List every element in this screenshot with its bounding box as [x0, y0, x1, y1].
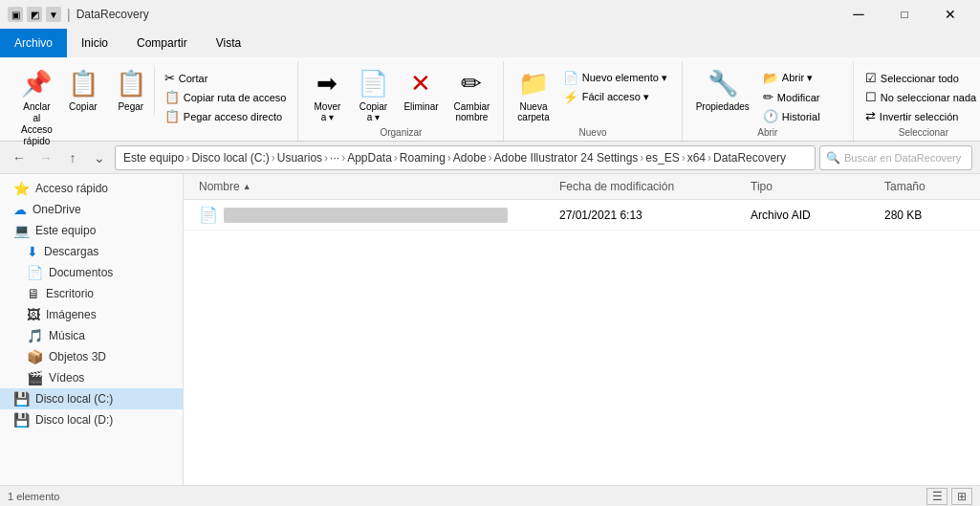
col-fecha[interactable]: Fecha de modificación	[552, 178, 743, 195]
ribbon-group-seleccionar: ☑ Seleccionar todo ☐ No seleccionar nada…	[854, 61, 980, 141]
dropdown-icon[interactable]: ▼	[46, 7, 61, 22]
star-icon: ⭐	[13, 181, 30, 196]
tab-vista[interactable]: Vista	[202, 29, 255, 57]
historial-button[interactable]: 🕐 Historial	[759, 107, 845, 125]
close-button[interactable]: ✕	[928, 1, 972, 28]
list-view-button[interactable]: ☰	[926, 488, 947, 505]
ribbon: 📌 Anclar alAcceso rápido 📋 Copiar 📋 Pega…	[0, 57, 980, 142]
window-title: DataRecovery	[76, 8, 149, 21]
propiedades-button[interactable]: 🔧 Propiedades	[690, 65, 755, 116]
file-tipo: Archivo AID	[743, 205, 877, 226]
search-box[interactable]: 🔍 Buscar en DataRecovery	[819, 145, 972, 170]
save-icon[interactable]: ◩	[27, 7, 42, 22]
minimize-button[interactable]: ─	[837, 1, 881, 28]
facil-acceso-button[interactable]: ⚡ Fácil acceso ▾	[559, 88, 674, 106]
sidebar-item-disco-d[interactable]: 💾 Disco local (D:)	[0, 409, 183, 430]
music-icon: 🎵	[27, 328, 43, 343]
sidebar-item-videos[interactable]: 🎬 Vídeos	[0, 367, 183, 388]
tab-archivo[interactable]: Archivo	[0, 29, 67, 57]
ribbon-group-nuevo: 📁 Nuevacarpeta 📄 Nuevo elemento ▾ ⚡ Fáci…	[504, 61, 682, 141]
cloud-icon: ☁	[13, 202, 27, 217]
tab-compartir[interactable]: Compartir	[122, 29, 202, 57]
file-fecha: 27/01/2021 6:13	[552, 205, 743, 226]
pegar-acceso-button[interactable]: 📋 Pegar acceso directo	[161, 107, 291, 125]
up-button[interactable]: ↑	[61, 146, 84, 169]
col-nombre[interactable]: Nombre ▲	[191, 178, 552, 195]
download-icon: ⬇	[27, 244, 38, 259]
cambiar-nombre-button[interactable]: ✏ Cambiarnombre	[448, 65, 496, 126]
sidebar-item-escritorio[interactable]: 🖥 Escritorio	[0, 283, 183, 304]
file-tamano: 280 KB	[877, 205, 972, 226]
title-bar: ▣ ◩ ▼ | DataRecovery ─ □ ✕	[0, 0, 980, 29]
sidebar-item-onedrive[interactable]: ☁ OneDrive	[0, 199, 183, 220]
file-list-header: Nombre ▲ Fecha de modificación Tipo Tama…	[184, 174, 980, 200]
copiar-a-button[interactable]: 📄 Copiara ▾	[352, 65, 394, 126]
3d-icon: 📦	[27, 349, 43, 364]
nueva-carpeta-button[interactable]: 📁 Nuevacarpeta	[512, 65, 555, 126]
quick-access-icon[interactable]: ▣	[8, 7, 23, 22]
invertir-button[interactable]: ⇄ Invertir selección	[861, 107, 980, 125]
forward-button[interactable]: →	[34, 146, 57, 169]
file-icon: 📄	[199, 206, 218, 224]
eliminar-button[interactable]: ✕ Eliminar	[398, 65, 444, 116]
sidebar-item-descargas[interactable]: ⬇ Descargas	[0, 241, 183, 262]
table-row[interactable]: 📄 ████████████████████████████████.aid 2…	[184, 200, 980, 231]
copiar-ruta-button[interactable]: 📋 Copiar ruta de acceso	[161, 88, 291, 106]
sidebar-item-musica[interactable]: 🎵 Música	[0, 325, 183, 346]
sidebar: ⭐ Acceso rápido ☁ OneDrive 💻 Este equipo…	[0, 174, 184, 485]
search-icon: 🔍	[826, 151, 840, 165]
disk-d-icon: 💾	[13, 412, 30, 428]
sidebar-item-disco-c[interactable]: 💾 Disco local (C:)	[0, 388, 183, 409]
recent-button[interactable]: ⌄	[88, 146, 111, 169]
item-count: 1 elemento	[8, 491, 59, 502]
seleccionar-label: Seleccionar	[899, 127, 948, 141]
modificar-button[interactable]: ✏ Modificar	[759, 88, 845, 106]
main-area: ⭐ Acceso rápido ☁ OneDrive 💻 Este equipo…	[0, 174, 980, 485]
col-tamano[interactable]: Tamaño	[877, 178, 972, 195]
mover-button[interactable]: ➡ Movera ▾	[306, 65, 348, 126]
ribbon-group-abrir: 🔧 Propiedades 📂 Abrir ▾ ✏ Modificar 🕐 Hi…	[683, 61, 854, 141]
back-button[interactable]: ←	[8, 146, 31, 169]
col-tipo[interactable]: Tipo	[743, 178, 877, 195]
document-icon: 📄	[27, 265, 43, 280]
ribbon-group-portapapeles: 📌 Anclar alAcceso rápido 📋 Copiar 📋 Pega…	[8, 61, 298, 141]
organizar-label: Organizar	[380, 127, 422, 141]
nuevo-elemento-button[interactable]: 📄 Nuevo elemento ▾	[559, 69, 674, 87]
images-icon: 🖼	[27, 307, 40, 322]
video-icon: 🎬	[27, 370, 43, 385]
sidebar-item-imagenes[interactable]: 🖼 Imágenes	[0, 304, 183, 325]
nav-bar: ← → ↑ ⌄ Este equipo › Disco local (C:) ›…	[0, 142, 980, 174]
file-name-blurred: ████████████████████████████████.aid	[224, 208, 508, 223]
sidebar-item-objetos-3d[interactable]: 📦 Objetos 3D	[0, 346, 183, 367]
file-list: Nombre ▲ Fecha de modificación Tipo Tama…	[184, 174, 980, 485]
sidebar-item-acceso-rapido[interactable]: ⭐ Acceso rápido	[0, 178, 183, 199]
copiar-button[interactable]: 📋 Copiar	[62, 65, 104, 116]
cortar-button[interactable]: ✂ Cortar	[161, 69, 291, 87]
address-bar[interactable]: Este equipo › Disco local (C:) › Usuario…	[115, 145, 816, 170]
seleccionar-todo-button[interactable]: ☑ Seleccionar todo	[861, 69, 980, 87]
file-name-cell: 📄 ████████████████████████████████.aid	[191, 202, 552, 228]
disk-c-icon: 💾	[13, 391, 30, 407]
maximize-button[interactable]: □	[882, 1, 926, 28]
sort-arrow: ▲	[243, 182, 251, 191]
ribbon-group-organizar: ➡ Movera ▾ 📄 Copiara ▾ ✕ Eliminar ✏ Camb…	[298, 61, 504, 141]
ribbon-tabs: Archivo Inicio Compartir Vista	[0, 29, 980, 57]
abrir-button[interactable]: 📂 Abrir ▾	[759, 69, 845, 87]
pegar-button[interactable]: 📋 Pegar	[110, 65, 155, 116]
sidebar-item-documentos[interactable]: 📄 Documentos	[0, 262, 183, 283]
computer-icon: 💻	[13, 223, 30, 238]
anclar-button[interactable]: 📌 Anclar alAcceso rápido	[15, 65, 58, 151]
sidebar-item-este-equipo[interactable]: 💻 Este equipo	[0, 220, 183, 241]
nuevo-label: Nuevo	[579, 127, 607, 141]
tab-inicio[interactable]: Inicio	[67, 29, 122, 57]
abrir-label: Abrir	[757, 127, 777, 141]
desktop-icon: 🖥	[27, 286, 40, 301]
title-bar-icons: ▣ ◩ ▼	[8, 7, 61, 22]
status-bar: 1 elemento ☰ ⊞	[0, 485, 980, 506]
detail-view-button[interactable]: ⊞	[951, 488, 972, 505]
no-seleccionar-button[interactable]: ☐ No seleccionar nada	[861, 88, 980, 106]
